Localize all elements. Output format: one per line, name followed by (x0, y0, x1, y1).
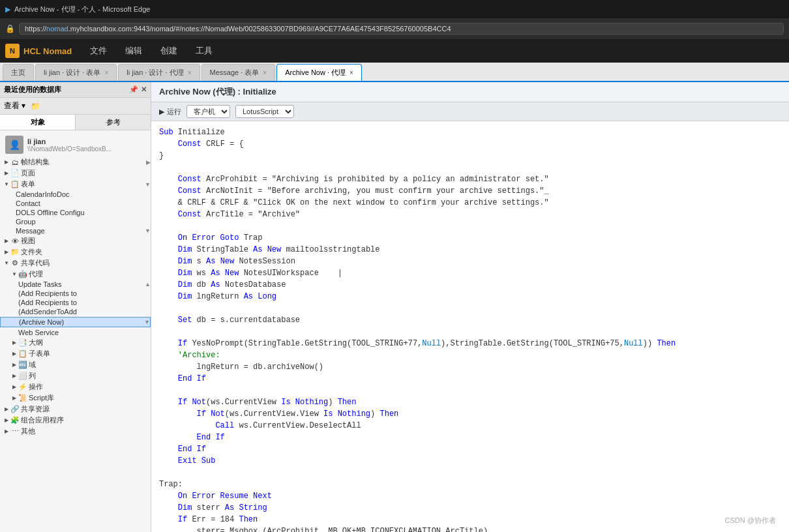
tree-item-group[interactable]: Group (0, 217, 151, 226)
code-line: & CRLF & CRLF & "Click OK on the next wi… (159, 197, 781, 209)
sidebar-header: 最近使用的数据库 📌 ✕ (0, 82, 151, 98)
sidebar-tab-reference[interactable]: 参考 (76, 115, 151, 130)
arrow-icon: ▶ (3, 248, 10, 256)
brand-name: HCL Nomad (23, 46, 72, 56)
tree-item-view[interactable]: ▶ 👁 视图 (0, 235, 151, 246)
down-arrow2: ▼ (144, 319, 150, 325)
folder-icon: 📁 (10, 248, 20, 257)
tree-item-webservice[interactable]: Web Service (0, 328, 151, 337)
tree-item-contact[interactable]: Contact (0, 199, 151, 208)
language-select[interactable]: LotusScript (235, 105, 294, 118)
tab-form1-close[interactable]: × (104, 69, 108, 76)
sidebar-folder-icon[interactable]: 📁 (31, 102, 40, 111)
titlebar: ▶ Archive Now - 代理 - 个人 - Microsoft Edge (0, 0, 789, 18)
tree-item-sharedcode[interactable]: ▼ ⚙ 共享代码 (0, 258, 151, 269)
tree-item-calendarinfo[interactable]: CalendarInfoDoc (0, 190, 151, 199)
tree-item-folder[interactable]: ▶ 📁 文件夹 (0, 246, 151, 258)
menu-file[interactable]: 文件 (82, 42, 115, 59)
tree-item-archivenow[interactable]: (Archive Now) ▼ (0, 317, 151, 327)
code-line: If YesNoPrompt(StringTable.GetString(TOO… (159, 338, 781, 349)
run-button[interactable]: ▶ 运行 (159, 107, 181, 117)
code-line: Dim ws As New NotesUIWorkspace | (159, 267, 781, 279)
code-line: End If (159, 443, 781, 455)
code-line (159, 303, 781, 314)
tab-message[interactable]: Message · 表单 × (201, 64, 276, 81)
action-icon: ⚡ (18, 383, 27, 392)
tree-item-addsender[interactable]: (AddSenderToAdd (0, 307, 151, 316)
item-label: DOLS Offline Configu (16, 209, 151, 216)
url-rest: .myhclsandbox.com:9443/nomad/#/notes://N… (68, 25, 451, 33)
window-title: Archive Now - 代理 - 个人 - Microsoft Edge (14, 5, 150, 14)
tree-item-dols[interactable]: DOLS Offline Configu (0, 208, 151, 217)
item-label: Message (16, 227, 145, 235)
tree-item-sharedres[interactable]: ▶ 🔗 共享资源 (0, 404, 151, 415)
menu-tools[interactable]: 工具 (188, 42, 220, 59)
tree-item-outline[interactable]: ▶ 📑 大纲 (0, 337, 151, 348)
item-label: 共享资源 (21, 404, 151, 414)
arrow-icon: ▶ (3, 417, 10, 424)
tab-agent1-close[interactable]: × (188, 69, 192, 76)
run-icon: ▶ (159, 108, 164, 116)
code-line: If Not(ws.CurrentView Is Nothing) Then (159, 396, 781, 408)
sidebar-search-label[interactable]: 查看 ▾ (4, 100, 25, 111)
item-label: (Add Recipients to (18, 299, 151, 306)
tree-item-action[interactable]: ▶ ⚡ 操作 (0, 381, 151, 392)
sidebar-pin-icon[interactable]: 📌 (129, 85, 138, 94)
code-editor[interactable]: Sub Initialize Const CRLF = { } Const Ar… (151, 121, 789, 532)
tree-item-frameset[interactable]: ▶ 🗂 帧结构集 ▶ (0, 156, 151, 168)
sharedres-icon: 🔗 (10, 405, 20, 414)
tab-message-label: Message · 表单 (210, 68, 260, 78)
item-label: 视图 (21, 236, 151, 246)
code-line: If Not(ws.CurrentView.View Is Nothing) T… (159, 408, 781, 420)
tree-item-addrecip1[interactable]: (Add Recipients to (0, 289, 151, 298)
code-line: Set db = s.currentdatabase (159, 314, 781, 326)
tree-item-update[interactable]: Update Tasks ▲ (0, 280, 151, 289)
tree-item-message[interactable]: Message ▼ (0, 226, 151, 235)
item-label: (Add Recipients to (18, 289, 151, 297)
tree-item-scriptlib[interactable]: ▶ 📜 Script库 (0, 392, 151, 404)
code-line: On Error Resume Next (159, 490, 781, 502)
tab-home-label: 主页 (11, 68, 25, 78)
sidebar-close-icon[interactable]: ✕ (141, 85, 147, 94)
sidebar-tab-objects[interactable]: 对象 (0, 115, 76, 130)
arrow-icon: ▶ (10, 339, 18, 347)
item-label: (Archive Now) (19, 318, 144, 326)
user-name: li jian (27, 138, 112, 145)
tree-item-subform[interactable]: ▶ 📋 子表单 (0, 348, 151, 359)
arrow-icon: ▶ (3, 170, 10, 177)
tree-item-form[interactable]: ▼ 📋 表单 ▼ (0, 179, 151, 190)
tab-home[interactable]: 主页 (3, 64, 34, 81)
arrow-icon: ▶ (10, 361, 18, 369)
code-line (159, 162, 781, 173)
tab-agent1[interactable]: li jian · 设计 · 代理 × (118, 64, 200, 81)
arrow-icon: ▶ (10, 372, 18, 380)
client-select[interactable]: 客户机 (186, 105, 230, 118)
item-label: 代理 (29, 269, 151, 279)
url-highlight: nomad (46, 25, 68, 33)
tree-item-composite[interactable]: ▶ 🧩 组合应用程序 (0, 415, 151, 426)
tree-item-field[interactable]: ▶ 🔤 域 (0, 359, 151, 370)
tab-archive[interactable]: Archive Now · 代理 × (276, 64, 362, 81)
tab-message-close[interactable]: × (263, 69, 267, 76)
tab-form1[interactable]: li jian · 设计 · 表单 × (35, 64, 117, 81)
tree-item-column[interactable]: ▶ ⬜ 列 (0, 370, 151, 381)
item-label: 组合应用程序 (21, 415, 151, 425)
form-icon: 📋 (10, 180, 20, 189)
tab-archive-close[interactable]: × (350, 69, 353, 76)
tree-item-agent[interactable]: ▼ 🤖 代理 (0, 269, 151, 280)
url-box[interactable]: https://nomad.myhclsandbox.com:9443/noma… (19, 23, 784, 35)
up-arrow: ▲ (145, 281, 151, 288)
code-line: Dim db As NotesDatabase (159, 279, 781, 291)
tree-item-page[interactable]: ▶ 📄 页面 (0, 168, 151, 179)
content-toolbar: ▶ 运行 客户机 LotusScript (151, 102, 789, 121)
menu-edit[interactable]: 编辑 (117, 42, 150, 59)
item-label: 表单 (21, 179, 145, 189)
menu-create[interactable]: 创建 (153, 42, 185, 59)
tree-item-other[interactable]: ▶ ⋯ 其他 (0, 426, 151, 437)
tree-item-addrecip2[interactable]: (Add Recipients to (0, 298, 151, 307)
arrow-icon: ▼ (10, 271, 18, 278)
item-label: 页面 (21, 168, 151, 178)
arrow-icon: ▶ (10, 350, 18, 358)
item-label: Group (16, 218, 151, 226)
code-line: Const ArcProhibit = "Archiving is prohib… (159, 173, 781, 185)
